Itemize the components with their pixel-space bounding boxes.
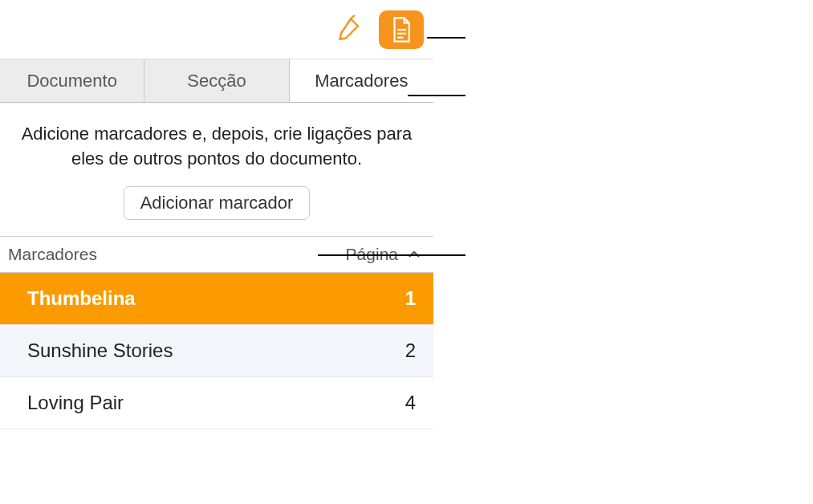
toolbar <box>0 0 433 59</box>
bookmark-row[interactable]: Thumbelina 1 <box>0 273 433 325</box>
bookmark-page: 2 <box>405 339 416 362</box>
callout-line <box>408 95 465 96</box>
column-header-name[interactable]: Marcadores <box>8 245 346 264</box>
bookmark-name: Sunshine Stories <box>27 339 405 362</box>
tabs: Documento Secção Marcadores <box>0 59 433 103</box>
tab-label: Documento <box>26 71 117 91</box>
bookmark-name: Thumbelina <box>27 287 405 310</box>
format-brush-icon <box>334 15 363 44</box>
bookmark-page: 4 <box>405 392 416 414</box>
bookmarks-panel: Documento Secção Marcadores Adicione mar… <box>0 0 433 429</box>
bookmark-name: Loving Pair <box>27 392 405 414</box>
tab-seccao[interactable]: Secção <box>144 59 289 102</box>
callout-line <box>427 37 465 39</box>
bookmark-row[interactable]: Sunshine Stories 2 <box>0 325 433 377</box>
info-text: Adicione marcadores e, depois, crie liga… <box>16 122 417 172</box>
add-bookmark-button[interactable]: Adicionar marcador <box>124 186 311 220</box>
info-section: Adicione marcadores e, depois, crie liga… <box>0 103 433 237</box>
document-icon <box>389 16 413 43</box>
document-options-button[interactable] <box>379 10 424 49</box>
bookmark-page: 1 <box>405 287 416 310</box>
callout-line <box>318 254 465 256</box>
tab-label: Secção <box>187 71 246 91</box>
bookmark-row[interactable]: Loving Pair 4 <box>0 377 433 429</box>
tab-documento[interactable]: Documento <box>0 59 144 102</box>
format-brush-button[interactable] <box>326 10 371 49</box>
tab-label: Marcadores <box>315 71 408 91</box>
